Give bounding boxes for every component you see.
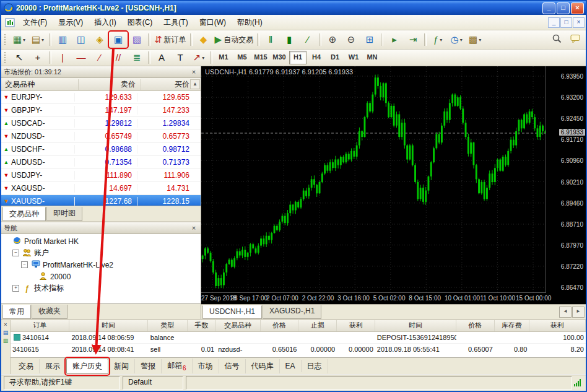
horizontal-line-button[interactable]: —: [72, 50, 90, 65]
periods-button[interactable]: ◷▾: [448, 32, 465, 47]
terminal-column-header[interactable]: 获利: [337, 320, 375, 331]
child-restore-button[interactable]: □: [560, 17, 572, 28]
terminal-column-header[interactable]: 时间: [375, 320, 456, 331]
label-button[interactable]: T: [172, 50, 189, 65]
close-icon[interactable]: ×: [4, 321, 7, 329]
new-order-button[interactable]: ⇵新订单: [153, 32, 188, 47]
close-icon[interactable]: ×: [189, 224, 198, 232]
timeframe-m15[interactable]: M15: [252, 51, 269, 64]
terminal-column-header[interactable]: 时间: [69, 320, 148, 331]
terminal-column-header[interactable]: 交易品种: [216, 320, 261, 331]
market-watch-row-audusd[interactable]: ▲AUDUSD-0.713540.71373: [1, 156, 201, 169]
data-window-button[interactable]: ◫: [72, 32, 90, 47]
menu-window[interactable]: 窗口(W): [194, 15, 232, 30]
child-minimize-button[interactable]: _: [548, 17, 560, 28]
zoom-in-button[interactable]: ⊕: [324, 32, 341, 47]
tab-journal[interactable]: 日志: [302, 359, 328, 373]
minimize-button[interactable]: _: [542, 2, 555, 14]
tab-favorites[interactable]: 收藏夹: [32, 305, 67, 319]
chart-canvas[interactable]: USDCNH-,H1 6.91779 6.91937 6.91205 6.919…: [201, 66, 586, 304]
terminal-column-header[interactable]: 价格: [261, 320, 299, 331]
terminal-column-header[interactable]: 获利: [529, 320, 586, 331]
tab-tick-chart[interactable]: 即时图: [46, 207, 82, 221]
line-chart-button[interactable]: ∕: [299, 32, 316, 47]
tree-expander-icon[interactable]: −: [12, 250, 19, 256]
strategy-tester-button[interactable]: ▧: [128, 32, 146, 47]
scroll-up-icon[interactable]: ▲: [190, 79, 200, 89]
terminal-strip-signal-icon[interactable]: ▥: [3, 338, 9, 346]
menu-view[interactable]: 显示(V): [53, 15, 89, 30]
child-close-button[interactable]: ×: [573, 17, 585, 28]
candlestick-chart-button[interactable]: ▮: [280, 32, 298, 47]
terminal-column-header[interactable]: 订单: [11, 320, 69, 331]
terminal-column-header[interactable]: 库存费: [495, 320, 529, 331]
terminal-column-header[interactable]: 手数: [188, 320, 216, 331]
tree-expander-icon[interactable]: +: [12, 285, 19, 292]
market-watch-row-xauusd[interactable]: ▼XAUUSD-1227.681228.15: [1, 195, 201, 206]
new-chart-button[interactable]: ▦▾: [11, 32, 28, 47]
timeframe-w1[interactable]: W1: [345, 51, 362, 64]
tab-mailbox[interactable]: 邮箱6: [162, 359, 193, 373]
metaeditor-button[interactable]: ◆: [195, 32, 212, 47]
chat-icon-button[interactable]: [567, 32, 584, 47]
chart-tab-usdcnh-h1[interactable]: USDCNH-,H1: [202, 305, 262, 319]
market-watch-button[interactable]: ▥: [54, 32, 71, 47]
market-watch-row-gbpjpy[interactable]: ▼GBPJPY-147.197147.233: [1, 104, 201, 117]
column-symbol[interactable]: 交易品种: [1, 79, 78, 90]
menu-file[interactable]: 文件(F): [17, 15, 53, 30]
menu-insert[interactable]: 插入(I): [89, 15, 121, 30]
terminal-button[interactable]: ▣: [110, 32, 127, 47]
channel-button[interactable]: //: [110, 50, 127, 65]
indicators-button[interactable]: ƒ▾: [429, 32, 446, 47]
arrow-tools-button[interactable]: ↗▾: [190, 50, 207, 65]
menu-charts[interactable]: 图表(C): [122, 15, 159, 30]
market-watch-row-eurjpy[interactable]: ▼EURJPY-129.633129.655: [1, 91, 201, 104]
bar-chart-button[interactable]: ‖: [262, 32, 279, 47]
titlebar[interactable]: 20000 : ProfitMarketHK-Live2 - [USDCNH-,…: [1, 1, 586, 15]
zoom-out-button[interactable]: ⊖: [342, 32, 360, 47]
nav-item-accounts[interactable]: −账户: [1, 247, 201, 259]
chart-shift-button[interactable]: ⇥: [404, 32, 422, 47]
fibonacci-button[interactable]: ≣: [128, 50, 146, 65]
templates-button[interactable]: ▩▾: [466, 32, 484, 47]
navigator-button[interactable]: ◈: [91, 32, 108, 47]
column-bid[interactable]: 卖价: [78, 79, 141, 90]
vertical-line-button[interactable]: |: [54, 50, 71, 65]
tab-trade[interactable]: 交易: [13, 359, 40, 373]
profiles-button[interactable]: ▤▾: [29, 32, 46, 47]
tab-news[interactable]: 新闻: [108, 359, 135, 373]
timeframe-m30[interactable]: M30: [271, 51, 288, 64]
tab-alerts[interactable]: 警报: [135, 359, 162, 373]
status-profile[interactable]: Default: [123, 376, 183, 390]
auto-scroll-button[interactable]: ▸: [386, 32, 403, 47]
table-row[interactable]: 34106142018.09.14 08:06:59balanceDEPOSIT…: [11, 332, 586, 343]
timeframe-mn[interactable]: MN: [363, 51, 381, 64]
menu-help[interactable]: 帮助(H): [232, 15, 268, 30]
market-watch-row-nzdusd[interactable]: ▼NZDUSD-0.657490.65773: [1, 130, 201, 143]
tab-common[interactable]: 常用: [2, 305, 31, 319]
chart-tab-xagusd-h1[interactable]: XAGUSD-,H1: [263, 305, 321, 319]
toolbar-grip[interactable]: [4, 34, 8, 45]
cursor-button[interactable]: ↖: [11, 50, 28, 65]
timeframe-h4[interactable]: H4: [308, 51, 325, 64]
terminal-column-header[interactable]: 止损: [298, 320, 337, 331]
tab-codebase[interactable]: 代码库: [246, 359, 280, 373]
terminal-column-header[interactable]: 类型: [148, 320, 188, 331]
timeframe-m1[interactable]: M1: [215, 51, 232, 64]
scroll-right-icon[interactable]: ►: [572, 307, 585, 318]
terminal-column-header[interactable]: 价格: [456, 320, 495, 331]
market-watch-row-usdchf[interactable]: ▲USDCHF-0.986880.98712: [1, 143, 201, 156]
timeframe-h1[interactable]: H1: [289, 51, 307, 64]
tab-exposure[interactable]: 展示: [40, 359, 66, 373]
tab-account-history[interactable]: 账户历史: [66, 359, 108, 374]
market-watch-row-xagusd[interactable]: ▼XAGUSD-14.69714.731: [1, 182, 201, 195]
nav-item-account-20000[interactable]: 20000: [1, 271, 201, 282]
tab-symbols[interactable]: 交易品种: [2, 207, 46, 221]
close-button[interactable]: ×: [571, 2, 584, 14]
tab-market[interactable]: 市场: [193, 359, 219, 373]
market-watch-row-usdcad[interactable]: ▲USDCAD-1.298121.29834: [1, 117, 201, 130]
nav-item-live2[interactable]: −ProfitMarketHK-Live2: [1, 259, 201, 271]
tree-expander-icon[interactable]: −: [21, 261, 28, 268]
table-row[interactable]: 34106152018.09.14 08:08:41sell0.01nzdusd…: [11, 344, 586, 355]
tab-signals[interactable]: 信号: [219, 359, 246, 373]
